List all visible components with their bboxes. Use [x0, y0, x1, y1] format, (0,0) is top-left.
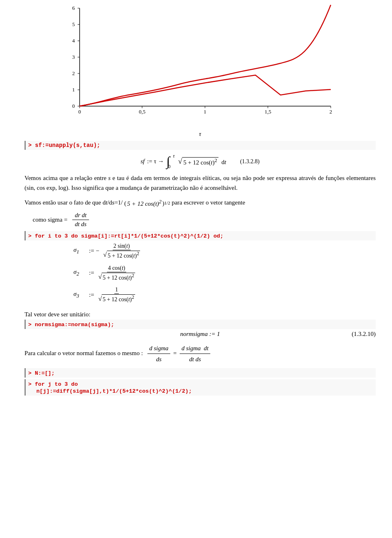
para2: Vamos então usar o fato de que dt/ds=1/ …: [24, 198, 376, 209]
sigma3-assign: :=: [89, 291, 94, 298]
para1: Vemos acima que a relação entre s e tau …: [24, 173, 376, 193]
chart-svg: 0 1 2 3 4 5 6 0 0,5: [57, 4, 343, 127]
for-j-cmd[interactable]: > for j to 3 do n[j]:=diff(sigma[j],t)*1…: [24, 379, 376, 396]
svg-text:0: 0: [72, 103, 75, 109]
sigma3-fraction: 1 √ 5 + 12 cos(t)2: [98, 287, 136, 303]
svg-text:6: 6: [72, 5, 75, 11]
normsigma-result: normsigma := 1 (1.3.2.10): [24, 331, 376, 338]
sf-lhs: sf: [140, 158, 145, 165]
sigma3-lhs: σ3: [74, 291, 86, 299]
sigma2-line: σ2 := 4 cos(t) √ 5 + 12 cos(t)2: [74, 265, 376, 281]
para3: Para calcular o vetor normal fazemos o m…: [24, 343, 376, 364]
chart-curve-smooth: [80, 5, 331, 106]
normsigma-value: normsigma := 1: [180, 331, 220, 338]
n-init-cmd[interactable]: > N:=[];: [24, 368, 376, 378]
sf-unapply-cmd[interactable]: > sf:=unapply(s,tau);: [24, 141, 376, 150]
normsigma-eq-number: (1.3.2.10): [352, 331, 376, 338]
sf-eq-number: (1.3.2.8): [240, 158, 260, 165]
sigma2-fraction: 4 cos(t) √ 5 + 12 cos(t)2: [98, 265, 136, 281]
sigma-def-line: como sigma = dr dt dt ds: [33, 212, 376, 228]
sf-assign: := τ →: [147, 158, 164, 165]
svg-text:3: 3: [72, 54, 75, 60]
svg-text:0: 0: [78, 109, 81, 115]
tau-axis-label: τ: [24, 131, 376, 138]
svg-text:4: 4: [72, 38, 75, 44]
for-loop-cmd[interactable]: > for i to 3 do sigma[i]:=rt[i]*1/(5+12*…: [24, 231, 376, 240]
svg-text:1: 1: [72, 87, 75, 93]
sigma-results: σ1 := − 2 sin(t) √ 5 + 12 cos(t)2 σ2 := …: [74, 243, 376, 303]
sf-equation-block: sf := τ → ∫ τ 0 √ 5 + 12 cos(t)2 dt (1.3…: [24, 154, 376, 169]
sigma2-assign: :=: [89, 269, 94, 276]
page: 0 1 2 3 4 5 6 0 0,5: [0, 0, 392, 409]
sf-integrand: √ 5 + 12 cos(t)2 dt: [178, 157, 226, 166]
tal-vetor-text: Tal vetor deve ser unitário:: [24, 311, 376, 318]
svg-text:0,5: 0,5: [139, 109, 145, 115]
sigma1-assign: := −: [89, 247, 99, 254]
svg-text:5: 5: [72, 21, 75, 27]
svg-text:1: 1: [204, 109, 207, 115]
sigma3-line: σ3 := 1 √ 5 + 12 cos(t)2 (1.3.2.9): [74, 287, 376, 303]
chart-container: 0 1 2 3 4 5 6 0 0,5: [57, 4, 343, 127]
svg-text:1,5: 1,5: [265, 109, 271, 115]
sigma1-line: σ1 := − 2 sin(t) √ 5 + 12 cos(t)2: [74, 243, 376, 259]
integral-symbol: ∫ τ 0: [166, 154, 170, 169]
svg-text:2: 2: [330, 109, 332, 115]
sigma1-fraction: 2 sin(t) √ 5 + 12 cos(t)2: [102, 243, 141, 259]
sigma1-lhs: σ1: [74, 247, 86, 255]
chart-curve: [80, 75, 331, 106]
normsigma-cmd[interactable]: > normsigma:=norma(sigma);: [24, 320, 376, 329]
svg-text:2: 2: [72, 70, 75, 76]
sigma2-lhs: σ2: [74, 269, 86, 277]
